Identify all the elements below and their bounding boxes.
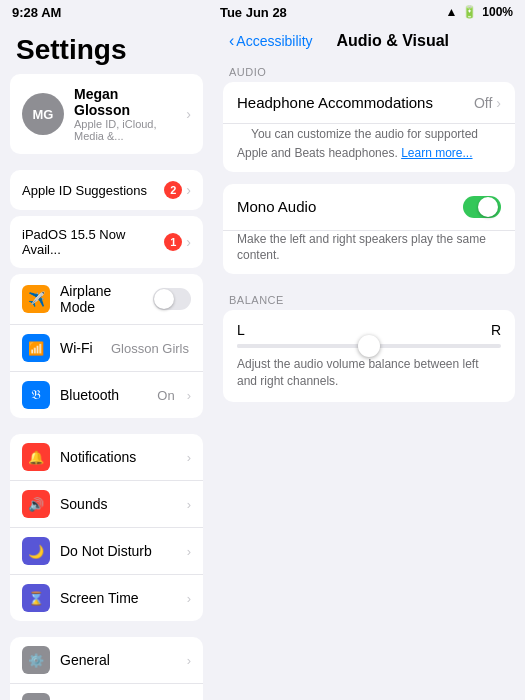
avatar: MG <box>22 93 64 135</box>
headphone-value: Off <box>474 95 492 111</box>
wifi-value: Glosson Girls <box>111 341 189 356</box>
back-button[interactable]: ‹ Accessibility <box>229 32 313 50</box>
right-panel: ‹ Accessibility Audio & Visual AUDIO Hea… <box>213 24 525 700</box>
mono-audio-desc: Make the left and right speakers play th… <box>223 231 515 275</box>
sidebar-item-control-center[interactable]: ⊞ Control Center › <box>10 684 203 700</box>
dnd-icon: 🌙 <box>22 537 50 565</box>
headphone-accommodations-row[interactable]: Headphone Accommodations Off › <box>223 82 515 124</box>
mono-audio-toggle[interactable] <box>463 196 501 218</box>
notification-group: 🔔 Notifications › 🔊 Sounds › 🌙 Do Not Di… <box>10 434 203 621</box>
banner-chevron: › <box>186 182 191 198</box>
headphone-desc: You can customize the audio for supporte… <box>237 123 487 170</box>
banner-right: 2 › <box>164 181 191 199</box>
dnd-label: Do Not Disturb <box>60 543 177 559</box>
profile-subtitle: Apple ID, iCloud, Media &... <box>74 118 176 142</box>
audio-section-label: AUDIO <box>213 58 525 82</box>
mono-audio-card: Mono Audio Make the left and right speak… <box>223 184 515 275</box>
sidebar-item-screen-time[interactable]: ⌛ Screen Time › <box>10 575 203 621</box>
balance-slider-track[interactable] <box>237 344 501 348</box>
sidebar-item-wifi[interactable]: 📶 Wi-Fi Glosson Girls <box>10 325 203 372</box>
balance-slider-knob[interactable] <box>358 335 380 357</box>
balance-left-label: L <box>237 322 245 338</box>
right-header: ‹ Accessibility Audio & Visual <box>213 24 525 58</box>
bluetooth-label: Bluetooth <box>60 387 147 403</box>
headphone-learn-more-link[interactable]: Learn more... <box>401 146 472 160</box>
general-icon: ⚙️ <box>22 646 50 674</box>
back-chevron-icon: ‹ <box>229 32 234 50</box>
back-label: Accessibility <box>236 33 312 49</box>
sidebar-item-general[interactable]: ⚙️ General › <box>10 637 203 684</box>
bluetooth-chevron: › <box>187 388 191 403</box>
airplane-toggle[interactable] <box>153 288 191 310</box>
apple-id-label: Apple ID Suggestions <box>22 183 147 198</box>
balance-section-label: BALANCE <box>213 286 525 310</box>
balance-card: L R Adjust the audio volume balance betw… <box>223 310 515 402</box>
sidebar-item-do-not-disturb[interactable]: 🌙 Do Not Disturb › <box>10 528 203 575</box>
notifications-label: Notifications <box>60 449 177 465</box>
ipados-label: iPadOS 15.5 Now Avail... <box>22 227 164 257</box>
wifi-label: Wi-Fi <box>60 340 101 356</box>
apple-id-suggestions-banner[interactable]: Apple ID Suggestions 2 › <box>10 170 203 210</box>
mono-audio-label: Mono Audio <box>237 198 463 215</box>
ipados-badge: 1 <box>164 233 182 251</box>
balance-slider-fill <box>237 344 369 348</box>
balance-section: L R Adjust the audio volume balance betw… <box>213 310 525 414</box>
control-center-icon: ⊞ <box>22 693 50 700</box>
mono-audio-row: Mono Audio <box>223 184 515 231</box>
general-group: ⚙️ General › ⊞ Control Center › AA Displ… <box>10 637 203 700</box>
battery-icon: 🔋 <box>462 5 477 19</box>
airplane-icon: ✈️ <box>22 285 50 313</box>
battery-label: 100% <box>482 5 513 19</box>
sidebar-item-sounds[interactable]: 🔊 Sounds › <box>10 481 203 528</box>
airplane-label: Airplane Mode <box>60 283 143 315</box>
update-banner-right: 1 › <box>164 233 191 251</box>
headphone-card: Headphone Accommodations Off › You can c… <box>223 82 515 172</box>
general-label: General <box>60 652 177 668</box>
status-icons: ▲ 🔋 100% <box>445 5 513 19</box>
sidebar-title: Settings <box>0 24 213 74</box>
sidebar: Settings MG Megan Glosson Apple ID, iClo… <box>0 24 213 700</box>
bluetooth-icon: 𝔅 <box>22 381 50 409</box>
connectivity-group: ✈️ Airplane Mode 📶 Wi-Fi Glosson Girls 𝔅… <box>10 274 203 418</box>
profile-info: Megan Glosson Apple ID, iCloud, Media &.… <box>74 86 176 142</box>
balance-desc: Adjust the audio volume balance between … <box>237 356 501 390</box>
bluetooth-value: On <box>157 388 174 403</box>
main-container: Settings MG Megan Glosson Apple ID, iClo… <box>0 24 525 700</box>
profile-name: Megan Glosson <box>74 86 176 118</box>
balance-right-label: R <box>491 322 501 338</box>
status-time: 9:28 AM <box>12 5 61 20</box>
ipados-update-banner[interactable]: iPadOS 15.5 Now Avail... 1 › <box>10 216 203 268</box>
status-bar: 9:28 AM Tue Jun 28 ▲ 🔋 100% <box>0 0 525 24</box>
headphone-desc-container: You can customize the audio for supporte… <box>223 124 515 172</box>
profile-chevron: › <box>186 106 191 122</box>
wifi-status-icon: ▲ <box>445 5 457 19</box>
notifications-icon: 🔔 <box>22 443 50 471</box>
screen-time-icon: ⌛ <box>22 584 50 612</box>
sidebar-item-airplane-mode[interactable]: ✈️ Airplane Mode <box>10 274 203 325</box>
sidebar-item-bluetooth[interactable]: 𝔅 Bluetooth On › <box>10 372 203 418</box>
right-panel-title: Audio & Visual <box>336 32 509 50</box>
status-day: Tue Jun 28 <box>220 5 287 20</box>
apple-id-badge: 2 <box>164 181 182 199</box>
sounds-icon: 🔊 <box>22 490 50 518</box>
profile-card[interactable]: MG Megan Glosson Apple ID, iCloud, Media… <box>10 74 203 154</box>
headphone-label: Headphone Accommodations <box>237 94 474 111</box>
sounds-label: Sounds <box>60 496 177 512</box>
update-chevron: › <box>186 234 191 250</box>
wifi-icon: 📶 <box>22 334 50 362</box>
headphone-chevron: › <box>496 95 501 111</box>
screen-time-label: Screen Time <box>60 590 177 606</box>
sidebar-item-notifications[interactable]: 🔔 Notifications › <box>10 434 203 481</box>
